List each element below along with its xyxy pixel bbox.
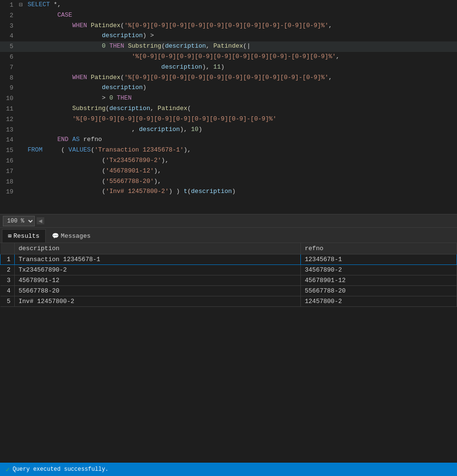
line-number-8: 8 bbox=[0, 73, 19, 83]
line-content-1[interactable]: SELECT *, bbox=[26, 0, 457, 10]
cell-description-5[interactable]: Inv# 12457800-2 bbox=[15, 296, 301, 307]
line-content-15[interactable]: FROM ( VALUES('Transaction 12345678-1'), bbox=[26, 145, 457, 156]
line-content-11[interactable]: Substring(description, Patindex( bbox=[26, 104, 457, 114]
token: , bbox=[206, 42, 214, 50]
token: ), bbox=[202, 63, 213, 71]
token: '%[0-9][0-9][0-9][0-9][0-9][0-9][0-9][0-… bbox=[72, 115, 277, 122]
line-content-9[interactable]: description) bbox=[26, 83, 457, 93]
line-content-16[interactable]: ('Tx234567890-2'), bbox=[26, 156, 457, 166]
code-line-3: 3 WHEN Patindex('%[0-9][0-9][0-9][0-9][0… bbox=[0, 21, 457, 31]
token: description bbox=[102, 84, 143, 91]
token: ( bbox=[120, 22, 124, 29]
line-collapse-13 bbox=[19, 125, 26, 135]
token: WHEN bbox=[72, 74, 87, 81]
table-row[interactable]: 455667788-2055667788-20 bbox=[0, 286, 457, 296]
table-row[interactable]: 345678901-1245678901-12 bbox=[0, 275, 457, 286]
cell-description-3[interactable]: 45678901-12 bbox=[15, 275, 301, 286]
line-content-3[interactable]: WHEN Patindex('%[0-9][0-9][0-9][0-9][0-9… bbox=[26, 21, 457, 31]
token: ) ) bbox=[169, 188, 183, 195]
token: 'Tx234567890-2' bbox=[106, 157, 161, 164]
code-line-9: 9 description) bbox=[0, 83, 457, 93]
token: ( bbox=[28, 167, 106, 174]
line-content-4[interactable]: description) > bbox=[26, 31, 457, 41]
results-icon: ⊞ bbox=[8, 233, 11, 240]
code-line-1: 1⊟SELECT *, bbox=[0, 0, 457, 10]
token: THEN bbox=[117, 94, 131, 101]
token: 10 bbox=[191, 126, 199, 133]
token bbox=[28, 32, 102, 39]
line-number-1: 1 bbox=[0, 0, 19, 10]
token bbox=[28, 105, 72, 112]
token: refno bbox=[83, 136, 102, 143]
code-editor[interactable]: 1⊟SELECT *,2 CASE3 WHEN Patindex('%[0-9]… bbox=[0, 0, 457, 214]
line-content-19[interactable]: ('Inv# 12457800-2') ) t(description) bbox=[26, 187, 457, 197]
table-row[interactable]: 5Inv# 12457800-212457800-2 bbox=[0, 296, 457, 307]
table-row[interactable]: 1Transaction 12345678-112345678-1 bbox=[0, 254, 457, 265]
code-line-8: 8 WHEN Patindex('%[0-9][0-9][0-9][0-9][0… bbox=[0, 73, 457, 83]
token: description bbox=[191, 188, 232, 195]
line-content-6[interactable]: '%[0-9][0-9][0-9][0-9][0-9][0-9][0-9][0-… bbox=[26, 52, 457, 62]
line-number-15: 15 bbox=[0, 145, 19, 156]
token: description bbox=[165, 42, 206, 50]
results-tab-label: Results bbox=[13, 233, 40, 240]
token bbox=[28, 42, 102, 50]
token: ) bbox=[143, 84, 147, 91]
table-row[interactable]: 2Tx234567890-234567890-2 bbox=[0, 265, 457, 275]
line-collapse-9 bbox=[19, 83, 26, 93]
code-line-12: 12 '%[0-9][0-9][0-9][0-9][0-9][0-9][0-9]… bbox=[0, 114, 457, 125]
token: ), bbox=[154, 167, 161, 174]
cell-description-1[interactable]: Transaction 12345678-1 bbox=[15, 254, 301, 265]
token: '45678901-12' bbox=[106, 167, 154, 174]
line-number-13: 13 bbox=[0, 125, 19, 135]
scroll-left-btn[interactable]: ◀ bbox=[37, 217, 44, 224]
token: description bbox=[102, 32, 143, 39]
line-collapse-17 bbox=[19, 166, 26, 177]
line-content-7[interactable]: description), 11) bbox=[26, 62, 457, 73]
line-collapse-19 bbox=[19, 187, 26, 197]
zoom-select[interactable]: 100 % 50 % 75 % 125 % 150 % 200 % bbox=[3, 216, 35, 226]
line-collapse-1[interactable]: ⊟ bbox=[19, 0, 26, 10]
row-num-1: 1 bbox=[0, 254, 15, 265]
token: ) > bbox=[143, 32, 154, 39]
cell-description-4[interactable]: 55667788-20 bbox=[15, 286, 301, 296]
line-collapse-2 bbox=[19, 10, 26, 21]
token: ( bbox=[42, 146, 69, 153]
line-content-13[interactable]: , description), 10) bbox=[26, 125, 457, 135]
status-bar: ✓ Query executed successfully. bbox=[0, 463, 457, 476]
code-lines: 1⊟SELECT *,2 CASE3 WHEN Patindex('%[0-9]… bbox=[0, 0, 457, 197]
code-line-6: 6 '%[0-9][0-9][0-9][0-9][0-9][0-9][0-9][… bbox=[0, 52, 457, 62]
line-content-14[interactable]: END AS refno bbox=[26, 135, 457, 145]
token: END bbox=[57, 136, 68, 143]
token bbox=[28, 63, 161, 71]
results-area: description refno 1Transaction 12345678-… bbox=[0, 243, 457, 307]
cell-description-2[interactable]: Tx234567890-2 bbox=[15, 265, 301, 275]
line-collapse-4 bbox=[19, 31, 26, 41]
tab-results[interactable]: ⊞ Results bbox=[2, 229, 46, 243]
line-content-17[interactable]: ('45678901-12'), bbox=[26, 166, 457, 177]
code-line-13: 13 , description), 10) bbox=[0, 125, 457, 135]
line-content-8[interactable]: WHEN Patindex('%[0-9][0-9][0-9][0-9][0-9… bbox=[26, 73, 457, 83]
line-collapse-18 bbox=[19, 177, 26, 187]
line-content-10[interactable]: > 0 THEN bbox=[26, 93, 457, 104]
token: ) bbox=[221, 63, 225, 71]
line-number-7: 7 bbox=[0, 62, 19, 73]
line-content-5[interactable]: 0 THEN Substring(description, Patindex(| bbox=[26, 41, 457, 52]
line-content-2[interactable]: CASE bbox=[26, 10, 457, 21]
line-content-18[interactable]: ('55667788-20'), bbox=[26, 177, 457, 187]
tab-messages[interactable]: 💬 Messages bbox=[46, 229, 97, 243]
line-number-9: 9 bbox=[0, 83, 19, 93]
token: '55667788-20' bbox=[106, 178, 154, 185]
token: (| bbox=[243, 42, 251, 50]
line-collapse-15 bbox=[19, 145, 26, 156]
line-collapse-10 bbox=[19, 93, 26, 104]
token bbox=[28, 11, 57, 19]
tabs-bar: ⊞ Results 💬 Messages bbox=[0, 228, 457, 243]
token: ( bbox=[28, 157, 106, 164]
line-number-19: 19 bbox=[0, 187, 19, 197]
line-number-2: 2 bbox=[0, 10, 19, 21]
zoom-bar: 100 % 50 % 75 % 125 % 150 % 200 % ◀ bbox=[0, 214, 457, 228]
cell-refno-4: 55667788-20 bbox=[301, 286, 457, 296]
token: ( bbox=[120, 74, 124, 81]
token: ( bbox=[161, 42, 165, 50]
line-content-12[interactable]: '%[0-9][0-9][0-9][0-9][0-9][0-9][0-9][0-… bbox=[26, 114, 457, 125]
